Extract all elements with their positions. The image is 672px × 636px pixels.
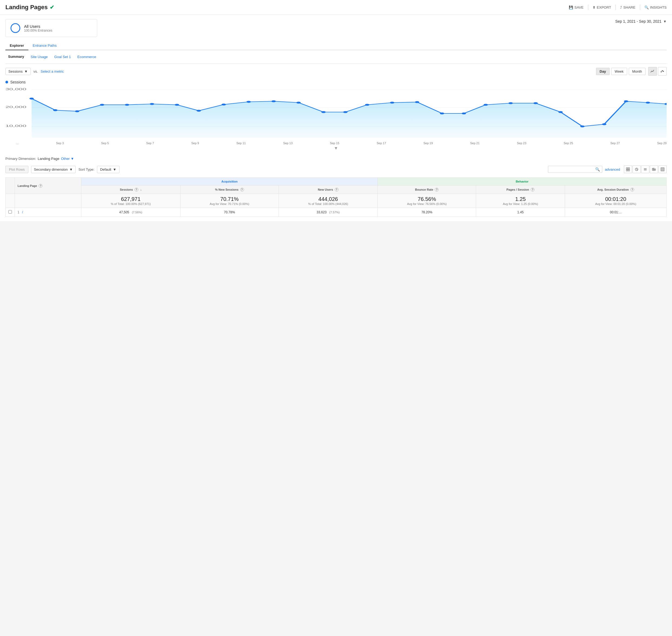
svg-point-13 — [100, 104, 104, 106]
segment-box: All Users 100.00% Entrances — [5, 19, 97, 37]
row-checkbox[interactable] — [8, 210, 12, 214]
totals-sessions-cell: 627,971 % of Total: 100.00% (627,971) — [81, 194, 180, 208]
sort-desc-icon: ↓ — [140, 188, 142, 191]
tab-explorer[interactable]: Explorer — [5, 41, 28, 50]
x-label: Sep 25 — [564, 141, 573, 145]
line-chart-btn[interactable] — [648, 67, 657, 76]
svg-point-28 — [462, 113, 466, 115]
table-controls: Plot Rows Secondary dimension ▼ Sort Typ… — [5, 163, 667, 175]
pages-session-help-icon[interactable]: ? — [531, 188, 535, 192]
total-sessions-value: 627,971 — [84, 196, 177, 202]
x-label: Sep 11 — [236, 141, 246, 145]
primary-dim-other[interactable]: Other ▼ — [61, 157, 74, 161]
time-btn-day[interactable]: Day — [596, 68, 610, 75]
scatter-chart-btn[interactable] — [658, 67, 667, 76]
insights-button[interactable]: 🔍 INSIGHTS — [645, 5, 667, 9]
subtab-summary[interactable]: Summary — [5, 53, 27, 61]
pie-view-icon — [635, 167, 638, 171]
totals-avg-duration-cell: 00:01:20 Avg for View: 00:01:20 (0.00%) — [565, 194, 667, 208]
new-users-help-icon[interactable]: ? — [335, 188, 339, 192]
advanced-link[interactable]: advanced — [605, 167, 620, 172]
time-btn-month[interactable]: Month — [629, 68, 646, 75]
metric-dropdown[interactable]: Sessions ▼ — [5, 68, 31, 75]
chart-area: 30,000 20,000 10,000 — [5, 86, 667, 140]
row-page-link[interactable]: / — [22, 211, 23, 214]
x-label: Sep 13 — [283, 141, 293, 145]
time-btn-week[interactable]: Week — [611, 68, 627, 75]
table-view-btn[interactable] — [658, 165, 667, 173]
x-label: Sep 19 — [423, 141, 433, 145]
total-new-users-value: 444,026 — [282, 196, 375, 202]
row-new-sessions-cell: 70.78% — [180, 208, 279, 217]
compare-view-icon — [652, 167, 656, 171]
search-input[interactable] — [551, 167, 594, 172]
tab-entrance-paths[interactable]: Entrance Paths — [28, 41, 61, 50]
row-bounce-rate-cell: 78.20% — [378, 208, 476, 217]
row-avg-duration-cell: 00:01:... — [565, 208, 667, 217]
search-icon[interactable]: 🔍 — [595, 167, 600, 172]
totals-new-users-cell: 444,026 % of Total: 100.00% (444,026) — [279, 194, 378, 208]
sessions-legend-label: Sessions — [10, 80, 26, 84]
svg-text:20,000: 20,000 — [5, 105, 26, 108]
subtab-goal-set[interactable]: Goal Set 1 — [52, 53, 74, 61]
svg-point-23 — [343, 111, 347, 113]
svg-text:30,000: 30,000 — [5, 87, 26, 91]
svg-point-20 — [272, 100, 276, 102]
svg-point-11 — [53, 110, 58, 111]
svg-point-22 — [321, 111, 326, 113]
svg-point-34 — [602, 123, 606, 125]
x-axis: ... Sep 3 Sep 5 Sep 7 Sep 9 Sep 11 Sep 1… — [5, 140, 667, 145]
x-label: Sep 23 — [517, 141, 526, 145]
save-button[interactable]: 💾 SAVE — [569, 5, 584, 9]
sort-type-label: Sort Type: — [78, 167, 94, 172]
compare-view-btn[interactable] — [650, 165, 658, 173]
total-new-users-pct: % of Total: 100.00% (444,026) — [282, 202, 375, 205]
pie-view-btn[interactable] — [633, 165, 641, 173]
svg-point-33 — [580, 125, 584, 127]
new-sessions-col-header: % New Sessions ? — [180, 185, 279, 194]
sort-type-dropdown[interactable]: Default ▼ — [97, 166, 119, 173]
svg-point-17 — [197, 110, 201, 112]
select-metric-link[interactable]: Select a metric — [40, 69, 64, 74]
list-view-icon — [644, 167, 647, 171]
date-dropdown-icon[interactable]: ▼ — [663, 19, 667, 23]
page-title: Landing Pages — [5, 4, 47, 11]
svg-point-14 — [125, 104, 129, 106]
x-label: Sep 27 — [610, 141, 620, 145]
svg-rect-49 — [652, 168, 653, 171]
grid-view-btn[interactable] — [624, 165, 632, 173]
sessions-help-icon[interactable]: ? — [135, 188, 138, 192]
subtab-site-usage[interactable]: Site Usage — [28, 53, 51, 61]
page-title-group: Landing Pages ✔ — [5, 4, 54, 11]
row-new-users-pct: (7.57%) — [329, 211, 340, 214]
avg-duration-help-icon[interactable]: ? — [630, 188, 634, 192]
plot-rows-button: Plot Rows — [5, 166, 28, 173]
behavior-group-header: Behavior — [378, 178, 667, 185]
bounce-rate-help-icon[interactable]: ? — [435, 188, 439, 192]
sessions-legend-dot — [5, 81, 8, 83]
export-button[interactable]: ⬆ EXPORT — [593, 5, 611, 9]
svg-rect-41 — [628, 170, 630, 171]
subtabs: Summary Site Usage Goal Set 1 Ecommerce — [5, 50, 667, 64]
main-content: All Users 100.00% Entrances Sep 1, 2021 … — [0, 15, 672, 221]
row-number: 1 — [18, 211, 19, 214]
x-label: Sep 5 — [101, 141, 109, 145]
verified-icon: ✔ — [50, 4, 54, 11]
svg-point-26 — [415, 101, 419, 103]
subtab-ecommerce[interactable]: Ecommerce — [75, 53, 99, 61]
svg-point-16 — [175, 104, 179, 106]
list-view-btn[interactable] — [641, 165, 649, 173]
landing-page-help-icon[interactable]: ? — [39, 184, 42, 188]
secondary-dimension-dropdown[interactable]: Secondary dimension ▼ — [31, 166, 76, 173]
chart-legend: Sessions — [5, 80, 667, 84]
segment-name: All Users — [24, 24, 53, 28]
row-checkbox-cell[interactable] — [6, 208, 15, 217]
chart-scroll-handle[interactable]: ▼ — [334, 146, 338, 151]
share-button[interactable]: ⤴ SHARE — [620, 5, 635, 9]
svg-point-24 — [365, 104, 369, 106]
checkbox-col-header — [6, 178, 15, 194]
date-range-text: Sep 1, 2021 - Sep 30, 2021 — [615, 19, 661, 23]
svg-line-44 — [637, 169, 638, 170]
total-bounce-rate-avg: Avg for View: 76.56% (0.00%) — [381, 202, 473, 205]
new-sessions-help-icon[interactable]: ? — [240, 188, 244, 192]
